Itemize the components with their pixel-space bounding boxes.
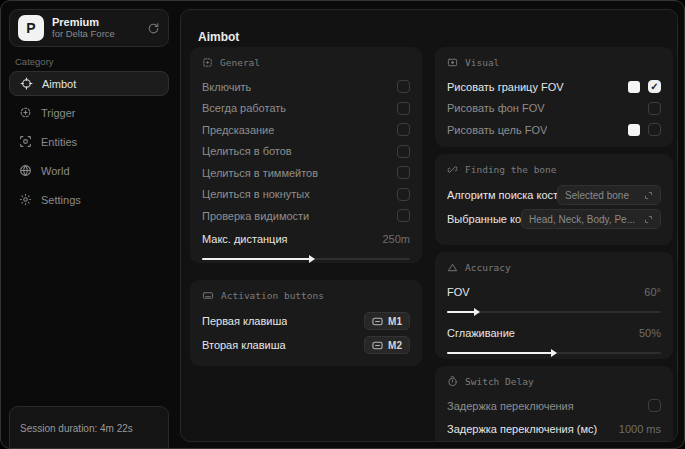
brand-card: P Premium for Delta Force <box>9 9 169 47</box>
draw-fov-border-checkbox[interactable]: ✓ <box>648 80 661 93</box>
sidebar-item-entities[interactable]: Entities <box>9 129 169 154</box>
slider-fill <box>202 258 310 260</box>
slider-thumb[interactable] <box>309 255 315 263</box>
sidebar-item-trigger[interactable]: Trigger <box>9 100 169 125</box>
enable-checkbox[interactable] <box>397 80 410 93</box>
switch-delay-ms-value: 1000 ms <box>619 423 661 435</box>
draw-fov-target-checkbox[interactable] <box>648 123 661 136</box>
brand-texts: Premium for Delta Force <box>52 16 139 40</box>
bone-icon <box>447 164 458 175</box>
selected-bones-select[interactable]: Head, Neck, Body, Pe... <box>521 209 661 229</box>
target-knocked-checkbox[interactable] <box>397 188 410 201</box>
card-accuracy: Accuracy FOV 60° Сглаживание 50% <box>435 252 673 359</box>
second-key-button[interactable]: M2 <box>364 336 410 354</box>
target-bots-checkbox[interactable] <box>397 145 410 158</box>
card-accuracy-header: Accuracy <box>447 262 661 273</box>
card-visual: Visual Рисовать границу FOV ✓ Рисовать ф… <box>435 47 673 147</box>
card-general-header: General <box>202 57 410 68</box>
slider-thumb[interactable] <box>474 308 480 316</box>
frame-icon <box>202 57 213 68</box>
keybind-label: Вторая клавиша <box>202 339 286 351</box>
sidebar-item-label: World <box>41 165 70 177</box>
card-bone-header: Finding the bone <box>447 164 661 175</box>
key-icon <box>372 317 383 326</box>
card-activation-header: Activation buttons <box>202 290 410 301</box>
option-label: Проверка видимости <box>202 210 309 222</box>
option-row: Всегда работать <box>202 98 410 120</box>
stopwatch-icon <box>447 376 458 387</box>
card-title: Accuracy <box>465 262 511 273</box>
max-distance-slider[interactable] <box>202 258 410 260</box>
selected-bones-label: Выбранные кости <box>447 213 521 225</box>
keybind-value: M1 <box>388 316 402 327</box>
draw-fov-background-checkbox[interactable] <box>648 102 661 115</box>
switch-delay-row: Задержка переключения <box>447 395 661 417</box>
fov-slider-block: FOV 60° <box>447 281 661 313</box>
option-row: Проверка видимости <box>202 205 410 227</box>
option-label: Предсказание <box>202 124 274 136</box>
category-label: Category <box>15 56 54 67</box>
crosshair-icon <box>20 77 33 90</box>
bone-algo-label: Алгоритм поиска костей <box>447 189 557 201</box>
slider-fill <box>447 352 552 354</box>
sidebar-item-world[interactable]: World <box>9 158 169 183</box>
sidebar-nav: Aimbot Trigger Entities <box>9 71 169 216</box>
keybind-row: Первая клавиша M1 <box>202 309 410 333</box>
sidebar-item-label: Entities <box>41 136 77 148</box>
option-row: Целиться в тиммейтов <box>202 162 410 184</box>
keybind-row: Вторая клавиша M2 <box>202 333 410 357</box>
fov-border-color-swatch[interactable] <box>628 81 640 93</box>
first-key-button[interactable]: M1 <box>364 312 410 330</box>
expand-icon <box>644 191 653 200</box>
key-icon <box>372 341 383 350</box>
sidebar-item-aimbot[interactable]: Aimbot <box>9 71 169 96</box>
visual-label: Рисовать цель FOV <box>447 124 547 136</box>
refresh-icon[interactable] <box>147 22 160 35</box>
option-label: Целиться в ботов <box>202 145 292 157</box>
brand-subtitle: for Delta Force <box>52 29 139 40</box>
max-distance-block: Макс. дистанция 250m <box>202 229 410 261</box>
prediction-checkbox[interactable] <box>397 123 410 136</box>
smoothing-label: Сглаживание <box>447 327 515 339</box>
visual-label: Рисовать границу FOV <box>447 81 564 93</box>
fov-slider[interactable] <box>447 311 661 313</box>
card-activation-buttons: Activation buttons Первая клавиша M1 Вто… <box>190 280 422 366</box>
page-title: Aimbot <box>198 30 239 44</box>
trigger-icon <box>19 106 32 119</box>
always-work-checkbox[interactable] <box>397 102 410 115</box>
option-label: Включить <box>202 81 251 93</box>
fov-target-color-swatch[interactable] <box>628 124 640 136</box>
sidebar-item-label: Aimbot <box>42 78 76 90</box>
option-row: Целиться в нокнутых <box>202 184 410 206</box>
select-value: Selected bone <box>565 190 638 201</box>
option-row: Предсказание <box>202 119 410 141</box>
brand-title: Premium <box>52 16 139 29</box>
switch-delay-checkbox[interactable] <box>648 399 661 412</box>
slider-thumb[interactable] <box>551 349 557 357</box>
option-row: Включить <box>202 76 410 98</box>
visual-row: Рисовать границу FOV ✓ <box>447 76 661 98</box>
smoothing-slider[interactable] <box>447 352 661 354</box>
main-panel: Aimbot General Включить Всегда работать <box>180 9 678 442</box>
fov-label: FOV <box>447 286 470 298</box>
visibility-check-checkbox[interactable] <box>397 209 410 222</box>
option-label: Целиться в тиммейтов <box>202 167 318 179</box>
slider-label-row: Сглаживание 50% <box>447 323 661 345</box>
card-finding-bone: Finding the bone Алгоритм поиска костей … <box>435 154 673 245</box>
slider-value: 250m <box>382 233 410 245</box>
bone-algorithm-select[interactable]: Selected bone <box>557 185 661 205</box>
visual-icon <box>447 57 458 68</box>
option-label: Целиться в нокнутых <box>202 188 310 200</box>
target-teammates-checkbox[interactable] <box>397 166 410 179</box>
slider-label-row: Макс. дистанция 250m <box>202 229 410 251</box>
card-general: General Включить Всегда работать Предска… <box>190 47 422 263</box>
visual-row: Рисовать цель FOV <box>447 119 661 141</box>
slider-label: Макс. дистанция <box>202 233 288 245</box>
keybind-label: Первая клавиша <box>202 315 287 327</box>
sidebar-item-settings[interactable]: Settings <box>9 187 169 212</box>
slider-fill <box>447 311 475 313</box>
smoothing-slider-block: Сглаживание 50% <box>447 323 661 355</box>
sidebar-item-label: Trigger <box>41 107 75 119</box>
option-row: Целиться в ботов <box>202 141 410 163</box>
option-label: Всегда работать <box>202 102 286 114</box>
